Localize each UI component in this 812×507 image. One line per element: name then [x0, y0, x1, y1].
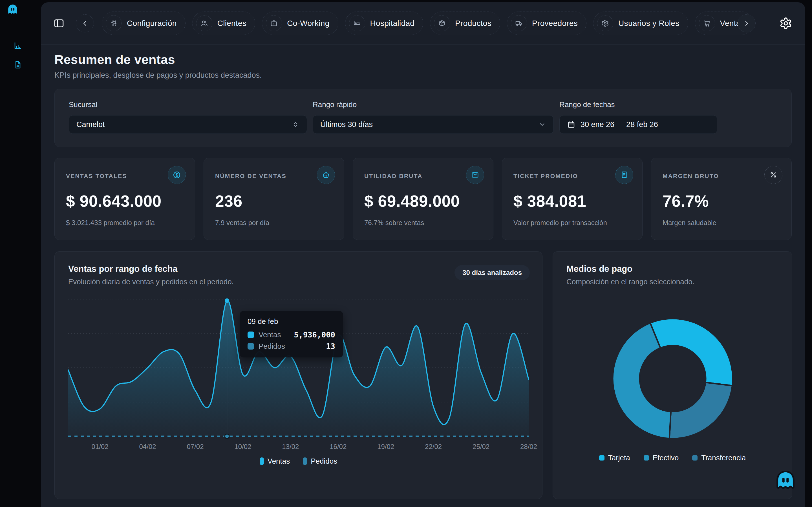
chevron-down-icon	[538, 121, 546, 128]
filter-rango-fechas: Rango de fechas 30 ene 26 — 28 feb 26	[559, 100, 777, 134]
dollar-circle-icon	[168, 166, 186, 184]
kpi-subtext: Valor promedio por transacción	[513, 219, 631, 227]
svg-text:01/02: 01/02	[92, 443, 109, 450]
rango-rapido-label: Rango rápido	[313, 100, 554, 109]
tooltip-date: 09 de feb	[248, 317, 335, 326]
sidebar-item-reports[interactable]	[13, 60, 22, 69]
main-panel: ConfiguraciónClientesCo-WorkingHospitali…	[41, 2, 805, 507]
legend-item-pedidos[interactable]: Pedidos	[303, 457, 337, 466]
page-content: Resumen de ventas KPIs principales, desg…	[41, 45, 805, 499]
svg-text:16/02: 16/02	[329, 443, 347, 450]
tab-label: Proveedores	[532, 19, 578, 28]
legend-label: Tarjeta	[608, 453, 630, 462]
legend-swatch	[303, 457, 307, 465]
kpi-label: VENTAS TOTALES	[66, 173, 184, 179]
chart-tooltip: 09 de feb Ventas 5,936,000 Pedidos 13	[240, 311, 343, 357]
payments-title: Medios de pago	[566, 264, 778, 274]
gear-icon	[597, 15, 613, 31]
bar-chart-icon	[13, 46, 22, 51]
tab-clientes[interactable]: Clientes	[192, 11, 255, 35]
pedidos-swatch	[248, 343, 254, 349]
nav-back-button[interactable]	[76, 14, 94, 33]
kpi-cards-row: VENTAS TOTALES$ 90.643.000$ 3.021.433 pr…	[54, 158, 792, 240]
payments-donut-chart[interactable]	[566, 294, 778, 446]
kpi-value: $ 384.081	[513, 192, 631, 210]
sucursal-label: Sucursal	[69, 100, 307, 109]
sucursal-select[interactable]: Camelot	[69, 115, 307, 134]
legend-swatch	[692, 455, 698, 460]
sales-chart-card: Ventas por rango de fecha Evolución diar…	[54, 251, 543, 499]
date-range-value: 30 ene 26 — 28 feb 26	[580, 120, 658, 129]
tab-label: Usuarios y Roles	[618, 19, 679, 28]
payments-subtitle: Composición en el rango seleccionado.	[566, 277, 778, 286]
kpi-value: $ 90.643.000	[66, 192, 184, 210]
legend-label: Efectivo	[653, 453, 679, 462]
sliders-icon	[106, 15, 122, 31]
svg-text:04/02: 04/02	[139, 443, 156, 450]
kpi-card-ventas-totales: VENTAS TOTALES$ 90.643.000$ 3.021.433 pr…	[54, 158, 195, 240]
filter-rango-rapido: Rango rápido Últimos 30 días	[313, 100, 554, 134]
legend-item-ventas[interactable]: Ventas	[260, 457, 290, 466]
kpi-label: MARGEN BRUTO	[663, 173, 780, 179]
svg-text:25/02: 25/02	[472, 443, 490, 450]
truck-icon	[511, 15, 527, 31]
app-sidebar	[0, 0, 41, 507]
bed-icon	[349, 15, 365, 31]
legend-item-transferencia[interactable]: Transferencia	[692, 453, 746, 462]
sales-chart-legend: VentasPedidos	[68, 457, 529, 466]
tab-co-working[interactable]: Co-Working	[262, 11, 338, 35]
top-navigation: ConfiguraciónClientesCo-WorkingHospitali…	[41, 2, 805, 45]
tab-label: Clientes	[217, 19, 247, 28]
sucursal-value: Camelot	[77, 120, 105, 129]
receipt-icon	[615, 166, 633, 184]
tab-usuarios-y-roles[interactable]: Usuarios y Roles	[593, 11, 688, 35]
app-logo-ghost-icon[interactable]	[6, 3, 19, 16]
svg-text:22/02: 22/02	[425, 443, 442, 450]
kpi-subtext: $ 3.021.433 promedio por día	[66, 219, 184, 227]
payments-legend: TarjetaEfectivoTransferencia	[566, 453, 778, 462]
briefcase-icon	[266, 15, 282, 31]
tooltip-row-ventas: Ventas 5,936,000	[248, 330, 335, 339]
sidebar-toggle-button[interactable]	[53, 18, 64, 29]
kpi-value: $ 69.489.000	[364, 192, 482, 210]
chevrons-up-down-icon	[292, 121, 299, 128]
settings-gear-icon[interactable]	[779, 17, 792, 30]
tab-hospitalidad[interactable]: Hospitalidad	[345, 11, 423, 35]
date-range-button[interactable]: 30 ene 26 — 28 feb 26	[559, 115, 717, 134]
tab-configuración[interactable]: Configuración	[102, 11, 186, 35]
kpi-subtext: 76.7% sobre ventas	[364, 219, 482, 227]
rango-fechas-label: Rango de fechas	[559, 100, 777, 109]
sales-line-chart[interactable]: 01/0204/0207/0210/0213/0216/0219/0222/02…	[68, 294, 529, 452]
legend-label: Ventas	[267, 457, 290, 466]
tab-label: Hospitalidad	[370, 19, 415, 28]
legend-label: Pedidos	[311, 457, 337, 466]
page-subtitle: KPIs principales, desglose de pagos y pr…	[54, 71, 792, 80]
svg-text:19/02: 19/02	[377, 443, 394, 450]
sidebar-item-analytics[interactable]	[13, 41, 22, 50]
tab-label: Configuración	[127, 19, 177, 28]
nav-forward-button[interactable]	[738, 14, 756, 33]
legend-item-efectivo[interactable]: Efectivo	[644, 453, 679, 462]
file-text-icon	[13, 65, 22, 70]
quick-range-select[interactable]: Últimos 30 días	[313, 115, 554, 134]
kpi-card-ticket-promedio: TICKET PROMEDIO$ 384.081Valor promedio p…	[502, 158, 643, 240]
days-analyzed-badge: 30 días analizados	[455, 265, 530, 280]
ghost-assistant-button[interactable]	[774, 469, 797, 493]
svg-text:10/02: 10/02	[234, 443, 251, 450]
charts-row: Ventas por rango de fecha Evolución diar…	[54, 251, 792, 499]
legend-swatch	[644, 455, 649, 460]
tooltip-row-pedidos: Pedidos 13	[248, 342, 335, 351]
kpi-value: 236	[215, 192, 333, 210]
tab-label: Productos	[455, 19, 492, 28]
wallet-icon	[466, 166, 484, 184]
tab-productos[interactable]: Productos	[430, 11, 500, 35]
page-title: Resumen de ventas	[54, 52, 792, 67]
legend-swatch	[260, 457, 264, 465]
legend-label: Transferencia	[701, 453, 746, 462]
kpi-card-margen-bruto: MARGEN BRUTO76.7%Margen saludable	[651, 158, 792, 240]
package-icon	[434, 15, 450, 31]
filters-panel: Sucursal Camelot Rango rápido Últimos 30…	[54, 89, 792, 147]
tab-proveedores[interactable]: Proveedores	[507, 11, 587, 35]
legend-item-tarjeta[interactable]: Tarjeta	[599, 453, 630, 462]
kpi-card-utilidad-bruta: UTILIDAD BRUTA$ 69.489.00076.7% sobre ve…	[353, 158, 493, 240]
